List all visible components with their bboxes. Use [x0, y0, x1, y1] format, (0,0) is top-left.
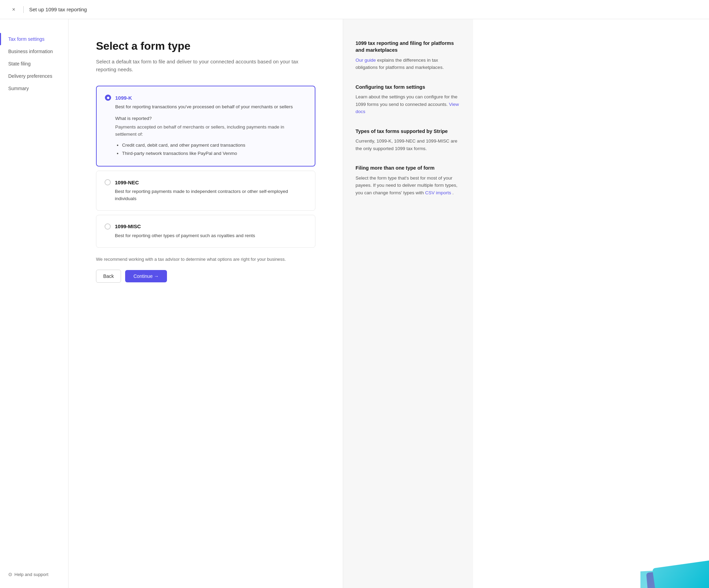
- info-section-configuring-text: Learn about the settings you can configu…: [356, 93, 461, 115]
- info-section-configuring: Configuring tax form settings Learn abou…: [356, 84, 461, 115]
- info-section-tax-reporting-text: Our guide explains the differences in ta…: [356, 57, 461, 71]
- bullet-item: Credit card, debit card, and other payme…: [122, 141, 307, 149]
- csv-imports-link[interactable]: CSV imports: [425, 190, 451, 195]
- form-option-1099-k-desc: Best for reporting transactions you've p…: [115, 103, 307, 110]
- help-label: Help and support: [14, 572, 48, 577]
- header-title: Set up 1099 tax reporting: [29, 7, 87, 12]
- info-section-filing-multiple: Filing more than one type of form Select…: [356, 164, 461, 196]
- form-option-1099-nec[interactable]: 1099-NEC Best for reporting payments mad…: [96, 171, 315, 211]
- info-section-types-text: Currently, 1099-K, 1099-NEC and 1099-MIS…: [356, 137, 461, 152]
- info-section-tax-reporting: 1099 tax reporting and filing for platfo…: [356, 40, 461, 71]
- what-reported-label: What is reported?: [115, 116, 307, 121]
- main-layout: Tax form settings Business information S…: [0, 19, 709, 588]
- advisor-note: We recommend working with a tax advisor …: [96, 256, 315, 263]
- main-content: Select a form type Select a default tax …: [69, 19, 343, 588]
- form-option-1099-nec-label: 1099-NEC: [115, 180, 139, 185]
- back-button[interactable]: Back: [96, 270, 121, 283]
- form-option-1099-nec-desc: Best for reporting payments made to inde…: [115, 188, 307, 202]
- sidebar: Tax form settings Business information S…: [0, 19, 69, 588]
- page-subtitle: Select a default tax form to file and de…: [96, 58, 315, 73]
- info-section-types: Types of tax forms supported by Stripe C…: [356, 128, 461, 152]
- form-option-1099-k[interactable]: 1099-K Best for reporting transactions y…: [96, 86, 315, 167]
- info-section-configuring-title: Configuring tax form settings: [356, 84, 461, 90]
- radio-1099-misc[interactable]: [105, 223, 111, 230]
- form-option-1099-misc-desc: Best for reporting other types of paymen…: [115, 232, 307, 239]
- info-section-filing-multiple-text: Select the form type that's best for mos…: [356, 174, 461, 197]
- continue-button[interactable]: Continue →: [125, 270, 167, 282]
- header: × Set up 1099 tax reporting: [0, 0, 709, 19]
- info-section-types-title: Types of tax forms supported by Stripe: [356, 128, 461, 135]
- page-title: Select a form type: [96, 40, 315, 52]
- info-section-tax-reporting-title: 1099 tax reporting and filing for platfo…: [356, 40, 461, 54]
- sidebar-item-delivery-preferences[interactable]: Delivery preferences: [0, 70, 68, 82]
- bullet-list: Credit card, debit card, and other payme…: [122, 141, 307, 158]
- bullet-item: Third-party network transactions like Pa…: [122, 149, 307, 158]
- form-option-1099-misc[interactable]: 1099-MISC Best for reporting other types…: [96, 215, 315, 248]
- sidebar-item-state-filing[interactable]: State filing: [0, 58, 68, 70]
- form-option-1099-k-label: 1099-K: [115, 95, 132, 101]
- radio-1099-k[interactable]: [105, 95, 111, 101]
- right-panel: 1099 tax reporting and filing for platfo…: [343, 19, 473, 588]
- sidebar-item-business-information[interactable]: Business information: [0, 45, 68, 58]
- sidebar-item-summary[interactable]: Summary: [0, 82, 68, 95]
- our-guide-link[interactable]: Our guide: [356, 58, 376, 63]
- sidebar-item-tax-form-settings[interactable]: Tax form settings: [0, 33, 68, 45]
- payments-desc: Payments accepted on behalf of merchants…: [115, 124, 307, 138]
- header-divider: [23, 6, 24, 13]
- info-section-filing-multiple-title: Filing more than one type of form: [356, 164, 461, 171]
- close-button[interactable]: ×: [10, 5, 18, 14]
- form-option-1099-misc-label: 1099-MISC: [115, 223, 141, 229]
- help-support[interactable]: ⊙ Help and support: [8, 572, 48, 577]
- help-icon: ⊙: [8, 572, 12, 577]
- radio-1099-nec[interactable]: [105, 179, 111, 185]
- button-row: Back Continue →: [96, 270, 315, 283]
